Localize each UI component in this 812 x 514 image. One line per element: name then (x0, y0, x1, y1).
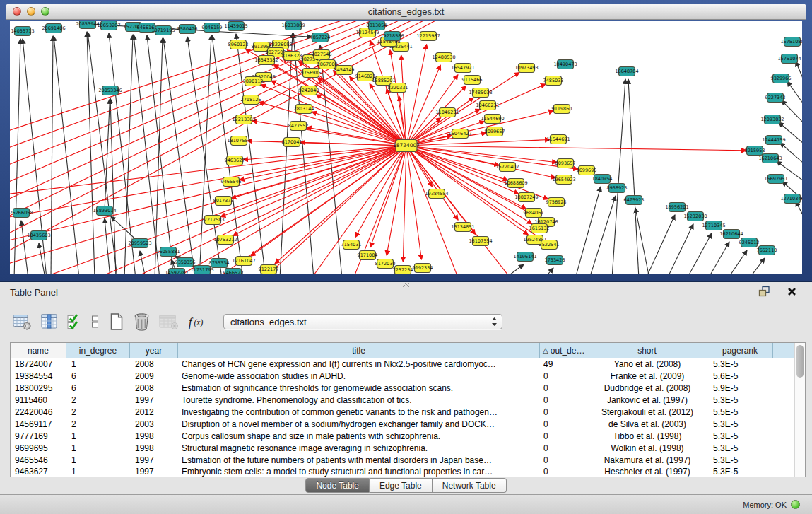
table-row[interactable]: 977716911998Corpus callosum shape and si… (11, 430, 805, 442)
graph-node[interactable]: 15893014 (93, 206, 116, 216)
minimize-window-button[interactable] (27, 7, 35, 16)
graph-node[interactable]: 9245012 (739, 238, 760, 247)
graph-node[interactable]: 19218586 (380, 32, 404, 41)
graph-node[interactable]: 8099657 (485, 127, 505, 136)
graph-node[interactable]: 18107554 (227, 136, 250, 146)
table-row[interactable]: 1872400712008Changes of HCN gene express… (11, 358, 805, 370)
graph-node[interactable]: 7857224 (310, 33, 331, 42)
column-header-in-degree[interactable]: in_degree (66, 343, 130, 358)
tab-network-table[interactable]: Network Table (433, 478, 507, 493)
graph-node[interactable]: 11439015 (224, 22, 247, 31)
table-row[interactable]: 911546021997Tourette syndrome. Phenomeno… (11, 395, 805, 407)
close-window-button[interactable] (13, 7, 21, 16)
column-header-name[interactable]: name (11, 343, 66, 358)
select-all-button[interactable] (67, 313, 82, 330)
graph-node[interactable]: 12213383 (232, 115, 255, 124)
column-header-out-de[interactable]: △out_de… (540, 343, 587, 358)
graph-node[interactable]: 10753212 (213, 235, 237, 245)
graph-node[interactable]: 12215987 (416, 32, 440, 41)
graph-node[interactable]: 9115466 (462, 76, 483, 85)
show-columns-button[interactable] (40, 313, 59, 330)
graph-node[interactable]: 8755334 (209, 259, 230, 268)
graph-node[interactable]: 9046159 (202, 23, 223, 33)
graph-node[interactable]: 9699695 (577, 166, 597, 175)
table-row[interactable]: 969969511998Structural magnetic resonanc… (11, 442, 805, 454)
graph-node[interactable]: 7485033 (543, 76, 564, 86)
graph-node[interactable]: 7154031 (341, 240, 362, 250)
table-row[interactable]: 2242004622012Investigating the contribut… (11, 407, 805, 419)
graph-node[interactable]: 9119860 (552, 105, 572, 114)
graph-node[interactable]: 12161047 (232, 257, 255, 266)
graph-node[interactable]: 6475923 (624, 196, 645, 205)
graph-node[interactable]: 20959523 (128, 239, 151, 248)
graph-node[interactable]: 16543382 (254, 56, 278, 65)
new-document-button[interactable] (108, 313, 124, 331)
table-row[interactable]: 1830029562008Estimation of significance … (11, 382, 805, 395)
graph-node[interactable]: 9329966 (771, 74, 792, 83)
graph-node[interactable]: 9465546 (221, 177, 242, 187)
graph-node[interactable]: 15232030 (683, 212, 707, 221)
network-view-canvas[interactable]: 1872400789601238912954182260589827503165… (10, 21, 802, 274)
graph-node[interactable]: 9463627 (225, 156, 245, 165)
graph-node[interactable]: 20691406 (42, 24, 65, 33)
graph-node[interactable]: 8220331 (388, 83, 408, 93)
graph-node[interactable]: 10719195 (151, 26, 175, 35)
graph-node[interactable]: 14592287 (165, 269, 188, 274)
graph-node[interactable]: 1615132 (529, 224, 550, 233)
graph-node[interactable]: 10466231 (476, 101, 499, 110)
graph-node[interactable]: 12710346 (780, 194, 802, 204)
graph-node[interactable]: 12710345 (702, 221, 725, 230)
graph-node[interactable]: 9466522 (223, 269, 244, 274)
vertical-scrollbar[interactable] (794, 343, 805, 477)
graph-node[interactable]: 7652110 (757, 246, 777, 255)
graph-node[interactable]: 11731795 (190, 266, 213, 274)
graph-node[interactable]: 9192334 (413, 264, 433, 273)
table-selector-dropdown[interactable]: citations_edges.txt (223, 314, 502, 329)
graph-node[interactable]: 15134851 (451, 223, 474, 232)
graph-node[interactable]: 20853944 (76, 21, 99, 29)
graph-node[interactable]: 9242848 (299, 86, 319, 95)
graph-node[interactable]: 10973493 (514, 64, 538, 73)
graph-node[interactable]: 8580426 (177, 25, 198, 34)
graph-node[interactable]: 8186328 (282, 52, 302, 61)
graph-node[interactable]: 1840954 (592, 175, 613, 184)
graph-node[interactable]: 7252254 (393, 266, 413, 274)
graph-node[interactable]: 19654923 (552, 175, 575, 185)
column-header-title[interactable]: title (178, 343, 540, 358)
vertical-scrollbar-thumb[interactable] (796, 345, 804, 378)
zoom-window-button[interactable] (41, 7, 49, 16)
graph-node[interactable]: 10653287 (97, 21, 120, 30)
graph-node[interactable]: 8813054 (367, 21, 387, 30)
graph-node[interactable]: 9827546 (312, 50, 332, 59)
graph-node[interactable]: 16210644 (719, 230, 743, 239)
graph-node[interactable]: 12093832 (760, 115, 784, 124)
graph-node[interactable]: 10490473 (553, 60, 577, 69)
graph-node[interactable]: 15720407 (495, 163, 519, 172)
graph-node[interactable]: 9756928 (546, 198, 567, 207)
table-row[interactable]: 1938455462009Genome-wide association stu… (11, 370, 805, 382)
graph-node[interactable]: 15692951 (764, 175, 787, 184)
graph-node[interactable]: 16107554 (469, 237, 492, 246)
graph-node[interactable]: 2803144 (294, 105, 314, 114)
column-header-pagerank[interactable]: pagerank (707, 343, 773, 358)
memory-indicator[interactable] (791, 500, 800, 509)
function-builder-button[interactable]: f(x) (187, 313, 206, 330)
graph-node[interactable]: 16210643 (758, 154, 782, 163)
graph-node[interactable]: 19384554 (425, 189, 448, 199)
column-header-short[interactable]: short (587, 343, 707, 358)
graph-node[interactable]: 9756985 (301, 69, 322, 78)
graph-node[interactable]: 9171004 (358, 251, 378, 260)
clear-selection-button[interactable] (90, 313, 100, 330)
delete-button[interactable] (133, 313, 151, 331)
graph-node[interactable]: 18724007 (393, 140, 420, 152)
graph-node[interactable]: 9684067 (524, 209, 544, 218)
graph-node[interactable]: 14055713 (11, 27, 34, 36)
graph-node[interactable]: 11544690 (481, 115, 504, 124)
table-row[interactable]: 946554611997Estimation of the future num… (11, 454, 805, 466)
graph-node[interactable]: 26266058 (10, 209, 33, 218)
graph-node[interactable]: 16033809 (281, 21, 305, 30)
graph-node[interactable]: 9122177 (259, 265, 279, 274)
graph-node[interactable]: 11544691 (546, 135, 570, 144)
graph-node[interactable]: 16648784 (615, 67, 638, 76)
graph-node[interactable]: 2718126 (241, 95, 261, 105)
